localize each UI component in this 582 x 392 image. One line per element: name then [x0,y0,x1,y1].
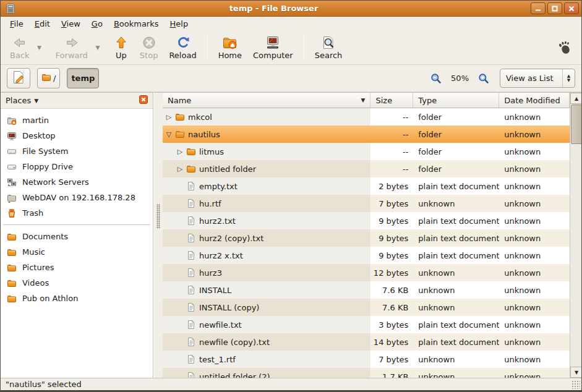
document-icon [186,302,196,312]
expander-expanded-icon[interactable]: ▽ [165,130,173,138]
file-name: hurz2.txt [199,216,236,226]
file-modified: unknown [499,351,570,368]
search-button[interactable]: Search [309,33,348,62]
sidebar-item-pictures[interactable]: Pictures [1,260,153,275]
file-type: plain text document [413,177,499,195]
sidebar-item-floppy-drive[interactable]: Floppy Drive [1,159,153,174]
file-size: 7 bytes [370,351,413,368]
file-size: 2 bytes [370,177,413,195]
menu-view[interactable]: View [56,18,86,30]
gnome-foot-icon [554,38,573,57]
document-icon [186,354,196,364]
menu-help[interactable]: Help [165,18,194,30]
forward-button[interactable]: Forward [50,33,93,62]
file-name: hurz2 (copy).txt [199,234,263,243]
menu-go[interactable]: Go [86,18,108,30]
file-row-untitled-folder-2-[interactable]: untitled folder (2) 1.7 KB unknown unkno… [163,368,570,378]
computer-button[interactable]: Computer [247,33,299,62]
up-button[interactable]: Up [108,33,134,62]
toolbar: Back▼ Forward▼ Up Stop Reload Home Compu… [1,30,581,65]
file-row-newfile-txt[interactable]: newfile.txt 3 bytes plain text document … [163,316,570,333]
file-row-litmus[interactable]: ▷ litmus -- folder unknown [163,143,570,160]
root-folder-button[interactable]: / [37,68,60,88]
edit-location-button[interactable] [7,68,30,88]
sidebar-item-documents[interactable]: Documents [1,229,153,244]
close-button[interactable] [564,2,579,14]
status-text: "nautilus" selected [6,380,82,389]
file-size: 7.6 KB [370,281,413,299]
menu-edit[interactable]: Edit [29,18,56,30]
forward-history-dropdown[interactable]: ▼ [93,30,102,64]
sidebar-header[interactable]: Places ▼ [1,93,153,109]
file-row-hurz3[interactable]: hurz3 12 bytes unknown unknown [163,264,570,281]
pane-splitter[interactable] [154,92,163,378]
reload-button[interactable]: Reload [163,33,202,62]
sidebar-item-desktop[interactable]: Desktop [1,128,153,143]
sidebar-item-pub-on-athlon[interactable]: Pub on Athlon [1,291,153,306]
stop-button[interactable]: Stop [134,33,164,62]
scrollbar-thumb[interactable] [571,104,582,144]
minimize-button[interactable] [531,2,546,14]
sidebar-item-music[interactable]: Music [1,244,153,260]
window-controls [531,2,579,14]
expander-collapsed-icon[interactable]: ▷ [176,165,184,173]
document-icon [186,233,196,243]
sidebar-item-label: martin [22,116,49,125]
back-button[interactable]: Back [4,33,35,62]
toolbar-separator [304,34,304,61]
file-row-hurz2-x-txt[interactable]: hurz2 x.txt 9 bytes plain text document … [163,247,570,264]
resize-grip[interactable] [571,380,580,389]
file-name: test_1.rtf [199,355,236,364]
file-row-hurz2-txt[interactable]: hurz2.txt 9 bytes plain text document un… [163,212,570,229]
file-row-install[interactable]: INSTALL 7.6 KB unknown unknown [163,281,570,299]
document-icon [186,268,196,278]
column-header-name[interactable]: Name▼ [163,93,370,108]
scroll-up-icon[interactable]: ▲ [570,93,582,104]
sidebar-item-webdav-on-192-168-178-28[interactable]: WebDAV on 192.168.178.28 [1,190,153,205]
maximize-button[interactable] [547,2,562,14]
back-icon [12,35,27,50]
remote-folder-icon [7,193,17,203]
vertical-scrollbar[interactable]: ▲ ▼ [570,92,582,378]
sidebar-item-label: Videos [22,278,49,288]
file-row-untitled-folder[interactable]: ▷ untitled folder -- folder unknown [163,160,570,177]
file-row-nautilus[interactable]: ▽ nautilus -- folder unknown [163,126,570,143]
file-row-test-1-rtf[interactable]: test_1.rtf 7 bytes unknown unknown [163,351,570,368]
panel-close-icon[interactable] [139,95,148,106]
file-type: unknown [413,351,499,368]
path-button-temp[interactable]: temp [67,68,99,88]
stop-icon [142,35,156,50]
column-header-date-modified[interactable]: Date Modified [499,93,570,108]
sidebar-item-network-servers[interactable]: Network Servers [1,174,153,190]
sidebar-item-videos[interactable]: Videos [1,275,153,291]
scroll-down-icon[interactable]: ▼ [570,367,582,378]
sidebar-item-martin[interactable]: martin [1,113,153,128]
sidebar-item-trash[interactable]: Trash [1,205,153,221]
zoom-in-icon[interactable] [478,73,489,84]
file-row-hurz2-copy-txt[interactable]: hurz2 (copy).txt 9 bytes plain text docu… [163,229,570,247]
menu-bookmarks[interactable]: Bookmarks [108,18,165,30]
expander-collapsed-icon[interactable]: ▷ [176,148,184,156]
titlebar[interactable]: temp - File Browser [1,1,581,17]
back-history-dropdown[interactable]: ▼ [35,30,44,64]
column-header-type[interactable]: Type [413,93,499,108]
file-browser-window: temp - File Browser FileEditViewGoBookma… [0,0,582,392]
folder-icon [186,147,196,156]
file-row-install-copy-[interactable]: INSTALL (copy) 7.6 KB unknown unknown [163,299,570,316]
file-row-empty-txt[interactable]: empty.txt 2 bytes plain text document un… [163,177,570,195]
home-button[interactable]: Home [213,33,247,62]
file-name: hurz3 [199,268,222,278]
folder-icon [7,263,17,273]
menu-file[interactable]: File [4,18,29,30]
file-size: 9 bytes [370,229,413,247]
view-mode-select[interactable]: View as List ▲▼ [500,69,575,88]
floppy-icon [7,162,17,172]
file-row-mkcol[interactable]: ▷ mkcol -- folder unknown [163,108,570,126]
file-row-newfile-copy-txt[interactable]: newfile (copy).txt 14 bytes plain text d… [163,333,570,351]
expander-collapsed-icon[interactable]: ▷ [165,113,173,121]
sidebar-item-file-system[interactable]: File System [1,143,153,159]
sidebar-separator [3,224,150,225]
column-header-size[interactable]: Size [370,93,413,108]
file-row-hu-rtf[interactable]: hu.rtf 7 bytes unknown unknown [163,195,570,212]
zoom-out-icon[interactable] [430,73,442,84]
